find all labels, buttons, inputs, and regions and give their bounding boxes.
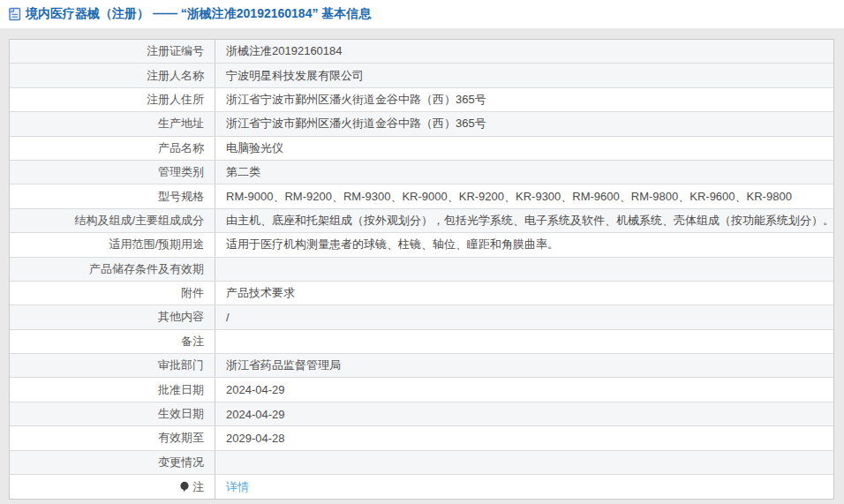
row-label: 生效日期: [10, 402, 215, 425]
row-label-text: 注: [192, 479, 204, 495]
row-label: 附件: [10, 282, 215, 305]
row-value: 详情: [215, 475, 833, 499]
table-row-remarks: 备注: [10, 330, 833, 354]
row-label: 备注: [10, 330, 215, 353]
table-row-registration-number: 注册证编号 浙械注准20192160184: [10, 40, 833, 64]
table-row-approval-date: 批准日期 2024-04-29: [10, 378, 833, 402]
table-row-other-content: 其他内容 /: [10, 305, 833, 329]
row-value: 第二类: [215, 161, 833, 184]
row-value: 2024-04-29: [215, 402, 833, 425]
row-label: 变更情况: [10, 451, 215, 474]
row-value: 浙江省宁波市鄞州区潘火街道金谷中路（西）365号: [215, 112, 833, 135]
row-label: 产品储存条件及有效期: [10, 258, 215, 281]
table-row-product-name: 产品名称 电脑验光仪: [10, 137, 833, 161]
table-row-change-status: 变更情况: [10, 451, 833, 475]
row-value: 2029-04-28: [215, 426, 833, 449]
row-label: 产品名称: [10, 137, 215, 160]
row-value: 适用于医疗机构测量患者的球镜、柱镜、轴位、瞳距和角膜曲率。: [215, 233, 833, 256]
row-label: 注册人名称: [10, 64, 215, 87]
page-title: 境内医疗器械（注册） —— “浙械注准20192160184” 基本信息: [26, 6, 371, 22]
table-row-model-spec: 型号规格 RM-9000、RM-9200、RM-9300、KR-9000、KR-…: [10, 184, 833, 208]
row-label: 注册证编号: [10, 40, 215, 63]
row-value: /: [215, 305, 833, 328]
table-row-approval-department: 审批部门 浙江省药品监督管理局: [10, 354, 833, 378]
row-value: 产品技术要求: [215, 282, 833, 305]
row-label: 其他内容: [10, 305, 215, 328]
row-label: 注: [10, 475, 215, 499]
row-label: 适用范围/预期用途: [10, 233, 215, 256]
row-label: 有效期至: [10, 426, 215, 449]
note-icon: [179, 481, 190, 493]
table-row-effective-date: 生效日期 2024-04-29: [10, 402, 833, 426]
row-label: 生产地址: [10, 112, 215, 135]
row-value: 电脑验光仪: [215, 137, 833, 160]
row-value: [215, 258, 833, 281]
row-value: 浙械注准20192160184: [215, 40, 833, 63]
row-value: [215, 451, 833, 474]
table-row-structure-composition: 结构及组成/主要组成成分 由主机、底座和托架组成（按外观划分），包括光学系统、电…: [10, 209, 833, 233]
page-header: 境内医疗器械（注册） —— “浙械注准20192160184” 基本信息: [0, 0, 844, 28]
row-value: 由主机、底座和托架组成（按外观划分），包括光学系统、电子系统及软件、机械系统、壳…: [215, 209, 833, 232]
table-row-intended-use: 适用范围/预期用途 适用于医疗机构测量患者的球镜、柱镜、轴位、瞳距和角膜曲率。: [10, 233, 833, 257]
row-label: 管理类别: [10, 161, 215, 184]
row-value: 宁波明星科技发展有限公司: [215, 64, 833, 87]
row-value: 2024-04-29: [215, 378, 833, 401]
registration-info-table: 注册证编号 浙械注准20192160184 注册人名称 宁波明星科技发展有限公司…: [9, 39, 834, 500]
table-row-expiry-date: 有效期至 2029-04-28: [10, 426, 833, 450]
table-row-registrant-name: 注册人名称 宁波明星科技发展有限公司: [10, 64, 833, 87]
row-value: 浙江省宁波市鄞州区潘火街道金谷中路（西）365号: [215, 88, 833, 111]
row-label: 注册人住所: [10, 88, 215, 111]
table-row-production-address: 生产地址 浙江省宁波市鄞州区潘火街道金谷中路（西）365号: [10, 112, 833, 136]
document-icon: [9, 7, 21, 21]
row-value: [215, 330, 833, 353]
row-label: 型号规格: [10, 184, 215, 207]
detail-link[interactable]: 详情: [226, 479, 249, 495]
row-label: 结构及组成/主要组成成分: [10, 209, 215, 232]
table-row-registrant-address: 注册人住所 浙江省宁波市鄞州区潘火街道金谷中路（西）365号: [10, 88, 833, 112]
table-row-storage-conditions: 产品储存条件及有效期: [10, 258, 833, 282]
table-row-management-category: 管理类别 第二类: [10, 161, 833, 184]
table-row-note: 注 详情: [10, 475, 833, 499]
row-label: 审批部门: [10, 354, 215, 377]
table-row-attachment: 附件 产品技术要求: [10, 282, 833, 305]
row-value: 浙江省药品监督管理局: [215, 354, 833, 377]
row-value: RM-9000、RM-9200、RM-9300、KR-9000、KR-9200、…: [215, 184, 833, 207]
row-label: 批准日期: [10, 378, 215, 401]
